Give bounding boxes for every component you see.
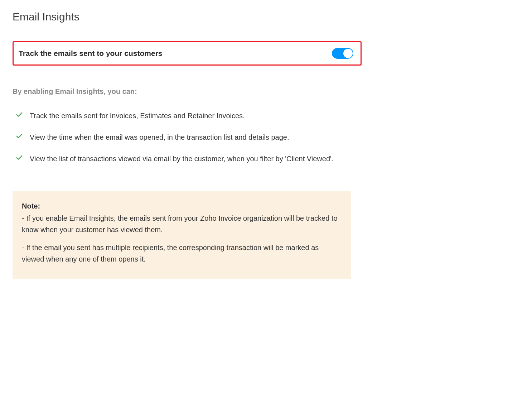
toggle-knob	[343, 49, 353, 58]
feature-text: View the time when the email was opened,…	[30, 131, 289, 143]
note-title: Note:	[22, 202, 342, 210]
note-box: Note: - If you enable Email Insights, th…	[13, 191, 351, 279]
feature-item: View the time when the email was opened,…	[13, 131, 356, 143]
track-emails-toggle-card: Track the emails sent to your customers	[13, 41, 362, 66]
feature-list: Track the emails sent for Invoices, Esti…	[13, 110, 356, 164]
feature-item: View the list of transactions viewed via…	[13, 153, 356, 164]
track-emails-label: Track the emails sent to your customers	[19, 49, 162, 58]
check-icon	[15, 154, 23, 162]
note-line: - If the email you sent has multiple rec…	[22, 242, 342, 265]
divider	[0, 33, 532, 33]
track-emails-toggle[interactable]	[332, 48, 353, 59]
check-icon	[15, 111, 23, 119]
check-icon	[15, 132, 23, 140]
feature-item: Track the emails sent for Invoices, Esti…	[13, 110, 356, 121]
feature-text: View the list of transactions viewed via…	[30, 153, 333, 164]
note-line: - If you enable Email Insights, the emai…	[22, 212, 342, 235]
feature-text: Track the emails sent for Invoices, Esti…	[30, 110, 245, 121]
page-title: Email Insights	[13, 11, 519, 23]
features-subhead: By enabling Email Insights, you can:	[13, 87, 519, 96]
section-divider	[13, 73, 362, 73]
